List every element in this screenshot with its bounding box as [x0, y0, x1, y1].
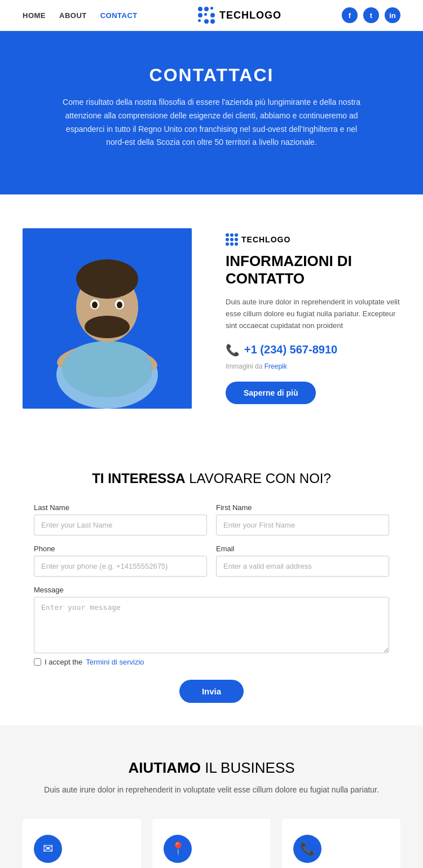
hero-title: CONTATTACI	[56, 65, 367, 86]
help-section: AIUTIAMO IL BUSINESS Duis aute irure dol…	[0, 725, 423, 868]
svg-point-12	[117, 302, 122, 308]
help-cards: ✉ Grafico a noi Il nostro team amichevol…	[23, 819, 400, 868]
message-label: Message	[34, 586, 389, 594]
submit-button[interactable]: Invia	[179, 680, 244, 703]
phone-label: Phone	[34, 544, 207, 553]
hero-section: CONTATTACI Come risultato della nostra f…	[0, 31, 423, 194]
facebook-icon[interactable]: f	[342, 7, 358, 23]
ci-dot-3	[235, 233, 238, 237]
ci-dot-1	[226, 233, 229, 237]
nav-contact[interactable]: CONTACT	[100, 11, 138, 20]
help-title-bold: AIUTIAMO	[128, 759, 201, 776]
help-description: Duis aute irure dolor in reprehenderit i…	[23, 783, 400, 796]
nav-home[interactable]: HOME	[23, 11, 46, 20]
phone-input[interactable]	[34, 556, 207, 577]
ci-logo-dots	[226, 233, 238, 246]
ci-dot-2	[230, 233, 233, 237]
terms-checkbox[interactable]	[34, 658, 41, 666]
ci-dot-9	[235, 242, 238, 246]
message-input[interactable]	[34, 597, 389, 653]
logo: TECHLOGO	[198, 7, 281, 24]
help-card-office: 📍 Ufficio Vieni a salutarci nel nostro u…	[152, 819, 271, 868]
help-title: AIUTIAMO IL BUSINESS	[23, 759, 400, 777]
first-name-group: First Name	[216, 503, 389, 535]
ci-credit: Immagini da Freepik	[226, 362, 400, 370]
ci-credit-link[interactable]: Freepik	[265, 362, 287, 370]
phone-group: Phone	[34, 544, 207, 577]
photo-area	[23, 228, 203, 409]
last-name-input[interactable]	[34, 515, 207, 535]
ci-dot-6	[235, 238, 238, 241]
hero-description: Come risultato della nostra filosofia di…	[56, 96, 367, 149]
form-submit-area: Invia	[34, 680, 389, 703]
first-name-label: First Name	[216, 503, 389, 512]
phone-icon: 📞	[226, 343, 240, 357]
interest-title-normal: LAVORARE CON NOI?	[186, 471, 331, 486]
email-input[interactable]	[216, 556, 389, 577]
contact-info-text: TECHLOGO INFORMAZIONI DI CONTATTO Duis a…	[226, 233, 400, 404]
help-card-email: ✉ Grafico a noi Il nostro team amichevol…	[23, 819, 141, 868]
ci-credit-text: Immagini da	[226, 362, 265, 370]
nav-links: HOME ABOUT CONTACT	[23, 11, 138, 20]
instagram-icon[interactable]: in	[385, 7, 400, 23]
logo-dots	[198, 7, 215, 24]
interest-section: TI INTERESSA LAVORARE CON NOI? Last Name…	[0, 442, 423, 725]
ci-dot-8	[230, 242, 233, 246]
twitter-icon[interactable]: t	[363, 7, 379, 23]
contact-photo	[23, 228, 192, 409]
help-title-normal: IL BUSINESS	[201, 759, 295, 776]
social-icons: f t in	[342, 7, 400, 23]
nav-about[interactable]: ABOUT	[59, 11, 87, 20]
logo-dot-6	[210, 13, 215, 17]
ci-dot-7	[226, 242, 229, 246]
svg-point-7	[76, 259, 138, 299]
logo-dot-1	[198, 7, 202, 11]
ci-dot-4	[226, 238, 229, 241]
svg-point-11	[92, 302, 98, 308]
learn-more-button[interactable]: Saperne di più	[226, 382, 316, 404]
phone-number: +1 (234) 567-8910	[244, 343, 337, 356]
interest-title: TI INTERESSA LAVORARE CON NOI?	[34, 471, 389, 486]
last-name-group: Last Name	[34, 503, 207, 535]
terms-link[interactable]: Termini di servizio	[86, 658, 144, 666]
ci-logo-label: TECHLOGO	[241, 235, 290, 244]
message-group: Message	[34, 586, 389, 653]
logo-dot-7	[198, 19, 201, 22]
ci-logo: TECHLOGO	[226, 233, 400, 246]
svg-point-4	[62, 341, 152, 397]
email-label: Email	[216, 544, 389, 553]
checkbox-text: I accept the	[45, 658, 82, 666]
logo-dot-4	[198, 13, 202, 17]
logo-dot-2	[204, 7, 209, 11]
person-illustration	[23, 228, 192, 409]
logo-dot-3	[210, 7, 213, 10]
ci-title: INFORMAZIONI DI CONTATTO	[226, 253, 400, 287]
first-name-input[interactable]	[216, 515, 389, 535]
checkbox-row: I accept the Termini di servizio	[34, 658, 389, 666]
email-icon: ✉	[34, 835, 62, 863]
ci-description: Duis aute irure dolor in reprehenderit i…	[226, 296, 400, 331]
logo-dot-5	[204, 13, 207, 16]
contact-form: Last Name First Name Phone Email Message	[34, 503, 389, 703]
svg-point-8	[85, 316, 130, 338]
help-card-phone: 📞 Telefono Dal lunedì al venerdì dalle 8…	[282, 819, 400, 868]
navbar: HOME ABOUT CONTACT TECHLOGO f t in	[0, 0, 423, 31]
email-group: Email	[216, 544, 389, 577]
contact-info-section: TECHLOGO INFORMAZIONI DI CONTATTO Duis a…	[0, 194, 423, 442]
telephone-icon: 📞	[293, 835, 321, 863]
interest-title-bold: TI INTERESSA	[92, 471, 185, 486]
last-name-label: Last Name	[34, 503, 207, 512]
form-grid: Last Name First Name Phone Email Message	[34, 503, 389, 653]
ci-phone: 📞 +1 (234) 567-8910	[226, 343, 400, 357]
logo-dot-9	[210, 19, 215, 24]
logo-dot-8	[204, 19, 209, 24]
ci-dot-5	[230, 238, 233, 241]
location-icon: 📍	[164, 835, 192, 863]
logo-text: TECHLOGO	[219, 10, 281, 21]
